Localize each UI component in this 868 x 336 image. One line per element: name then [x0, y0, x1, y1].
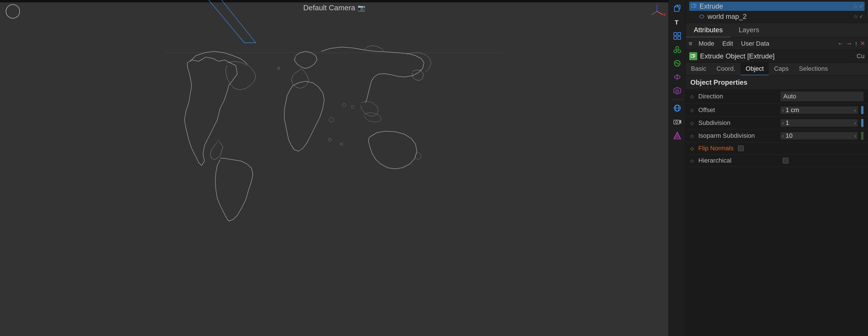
subdivision-arrow-right[interactable]: › [852, 120, 858, 126]
coord-sub-tab[interactable]: Coord. [711, 63, 741, 75]
svg-text:T: T [675, 19, 679, 26]
svg-rect-40 [691, 4, 695, 7]
svg-point-12 [277, 67, 280, 70]
basic-sub-tab[interactable]: Basic [686, 63, 711, 75]
effector-toolbar-icon[interactable] [671, 57, 683, 70]
tree-item-extrude[interactable]: Extrude ☆ ✓ [689, 2, 865, 11]
hamburger-icon: ≡ [689, 40, 692, 47]
svg-marker-31 [676, 89, 679, 93]
svg-point-14 [340, 143, 342, 145]
subdivision-slider[interactable] [861, 119, 863, 127]
mode-row: ≡ Mode Edit User Data ← → ↑ ✕ [686, 38, 868, 50]
nav-back-icon[interactable]: ← [837, 40, 844, 47]
svg-rect-22 [674, 36, 677, 39]
object-name-text: Extrude Object [Extrude] [700, 52, 854, 60]
user-data-button[interactable]: User Data [739, 39, 771, 48]
isoparm-diamond: ◇ [690, 133, 696, 139]
tree-item-worldmap[interactable]: world map_2 ☆ ✓ [689, 12, 865, 21]
object-type-icon [689, 52, 697, 60]
offset-value-container: ‹ 1 cm › [780, 106, 858, 114]
selections-sub-tab[interactable]: Selections [794, 63, 833, 75]
svg-point-11 [329, 118, 334, 122]
tree-worldmap-label: world map_2 [708, 12, 746, 21]
direction-value[interactable]: Auto [780, 92, 863, 101]
paint-toolbar-icon[interactable] [671, 129, 683, 142]
generator-toolbar-icon[interactable] [671, 85, 683, 97]
subdivision-value[interactable]: 1 [785, 119, 852, 127]
svg-point-37 [676, 121, 678, 123]
subdivision-value-container: ‹ 1 › [780, 119, 858, 127]
object-name-row: Extrude Object [Extrude] Cu [686, 50, 868, 63]
isoparm-arrow-right[interactable]: › [852, 133, 858, 139]
flip-normals-checkbox[interactable] [738, 146, 744, 151]
sub-tabs: Basic Coord. Object Caps Selections [686, 63, 868, 75]
mode-nav: ← → ↑ ✕ [837, 40, 865, 47]
nav-forward-icon[interactable]: → [846, 40, 852, 47]
panel-tabs: Attributes Layers [686, 23, 868, 38]
isoparm-value-container: ‹ 10 › [780, 132, 858, 140]
offset-label: Offset [698, 106, 778, 114]
isoparm-value[interactable]: 10 [785, 132, 852, 140]
flip-normals-label: Flip Normals [698, 145, 734, 152]
worldmap-tree-icon [698, 13, 705, 20]
isoparm-label: Isoparm Subdivision [698, 132, 778, 140]
svg-point-24 [676, 47, 679, 49]
nav-close-icon[interactable]: ✕ [860, 40, 865, 47]
object-name-extra: Cu [857, 53, 865, 60]
text-toolbar-icon[interactable]: T [671, 16, 683, 29]
properties-panel: Extrude ☆ ✓ world map_2 ☆ ✓ Attributes L… [685, 0, 868, 336]
cloner-toolbar-icon[interactable] [671, 43, 683, 56]
camera-toolbar-icon[interactable] [671, 116, 683, 128]
viewport[interactable]: Default Camera 📷 Y X [0, 0, 669, 336]
offset-row: ◇ Offset ‹ 1 cm › [686, 104, 868, 117]
flip-normals-diamond: ◇ [690, 146, 696, 151]
subdivision-diamond: ◇ [690, 120, 696, 126]
edit-button[interactable]: Edit [720, 39, 735, 48]
layers-tab[interactable]: Layers [731, 23, 767, 37]
svg-marker-36 [680, 120, 681, 123]
hierarchical-checkbox[interactable] [783, 158, 788, 163]
deformer-toolbar-icon[interactable] [671, 71, 683, 83]
tree-extrude-label: Extrude [700, 2, 723, 10]
direction-diamond: ◇ [690, 94, 696, 99]
isoparm-arrow-left[interactable]: ‹ [780, 133, 785, 139]
svg-point-13 [329, 138, 331, 141]
mode-button[interactable]: Mode [697, 39, 716, 48]
subdivision-label: Subdivision [698, 119, 778, 127]
array-toolbar-icon[interactable] [671, 30, 683, 42]
offset-arrow-left[interactable]: ‹ [780, 107, 785, 113]
subdivision-arrow-left[interactable]: ‹ [780, 120, 785, 126]
cube-toolbar-icon[interactable] [671, 2, 683, 15]
nav-up-icon[interactable]: ↑ [855, 40, 858, 47]
svg-point-10 [351, 105, 354, 109]
object-tree: Extrude ☆ ✓ world map_2 ☆ ✓ [686, 0, 868, 23]
svg-rect-20 [674, 32, 677, 35]
offset-slider[interactable] [861, 106, 863, 114]
offset-diamond: ◇ [690, 108, 696, 113]
flip-normals-row: ◇ Flip Normals [686, 142, 868, 155]
direction-row: ◇ Direction Auto [686, 89, 868, 104]
svg-marker-41 [693, 4, 696, 7]
svg-rect-15 [674, 7, 679, 11]
isoparm-slider[interactable] [861, 132, 863, 140]
isoparm-row: ◇ Isoparm Subdivision ‹ 10 › [686, 129, 868, 142]
hierarchical-label: Hierarchical [698, 157, 778, 164]
direction-label: Direction [698, 93, 778, 100]
right-toolbar: T [669, 0, 685, 336]
svg-rect-21 [678, 32, 681, 35]
properties-content: Object Properties ◇ Direction Auto ◇ Off… [686, 75, 868, 336]
attributes-tab[interactable]: Attributes [686, 23, 731, 37]
extrude-tree-icon [690, 3, 697, 10]
world-map [0, 0, 669, 336]
svg-rect-23 [678, 36, 681, 39]
tree-worldmap-icons: ☆ ✓ [853, 13, 863, 20]
caps-sub-tab[interactable]: Caps [769, 63, 794, 75]
subdivision-row: ◇ Subdivision ‹ 1 › [686, 117, 868, 129]
hierarchical-diamond: ◇ [690, 158, 696, 163]
offset-arrow-right[interactable]: › [852, 107, 858, 113]
globe-toolbar-icon[interactable] [671, 102, 683, 114]
section-header: Object Properties [686, 75, 868, 89]
offset-value[interactable]: 1 cm [785, 106, 852, 114]
svg-point-25 [674, 50, 677, 53]
object-sub-tab[interactable]: Object [741, 63, 769, 75]
